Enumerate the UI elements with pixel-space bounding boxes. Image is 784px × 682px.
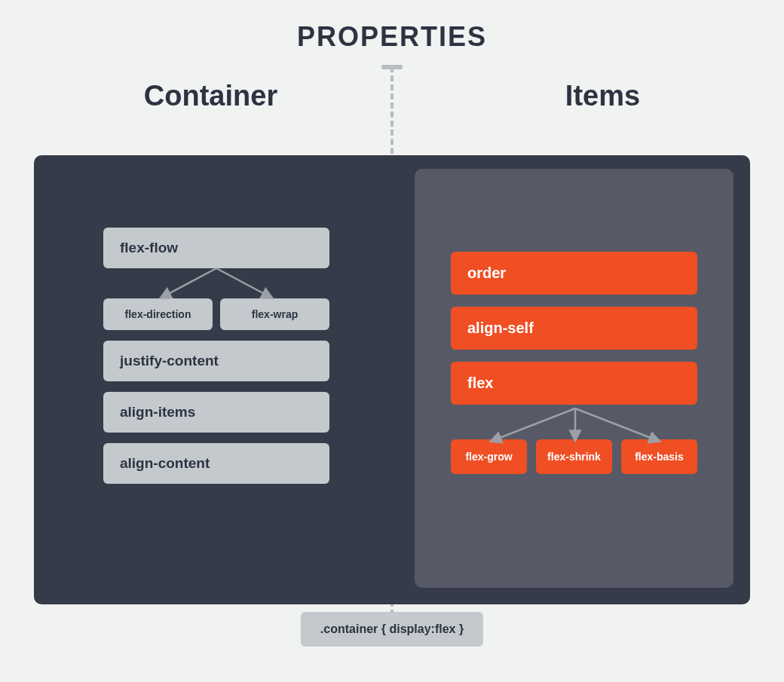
items-card: order align-self flex flex-grow flex-shr… [415, 169, 733, 588]
prop-flex: flex [451, 362, 697, 405]
footer-code: .container { display:flex } [301, 612, 483, 647]
prop-flex-flow: flex-flow [103, 228, 329, 268]
container-column: flex-flow flex-direction flex-wrap justi… [34, 155, 392, 604]
prop-justify-content: justify-content [103, 341, 329, 381]
prop-flex-direction: flex-direction [103, 298, 213, 330]
heading-items: Items [565, 80, 640, 112]
prop-flex-shrink: flex-shrink [536, 439, 612, 474]
prop-flex-grow: flex-grow [451, 439, 527, 474]
items-column: order align-self flex flex-grow flex-shr… [392, 155, 750, 604]
prop-order: order [451, 252, 697, 295]
svg-line-4 [575, 408, 660, 442]
prop-flex-basis: flex-basis [621, 439, 697, 474]
prop-flex-wrap: flex-wrap [220, 298, 329, 330]
properties-panel: flex-flow flex-direction flex-wrap justi… [34, 155, 750, 604]
heading-container: Container [144, 80, 277, 112]
prop-align-content: align-content [103, 443, 329, 484]
page-title: PROPERTIES [0, 0, 784, 53]
svg-line-1 [216, 268, 273, 298]
svg-line-2 [490, 408, 575, 442]
svg-line-0 [160, 268, 216, 298]
prop-align-items: align-items [103, 392, 329, 433]
prop-align-self: align-self [451, 307, 697, 350]
